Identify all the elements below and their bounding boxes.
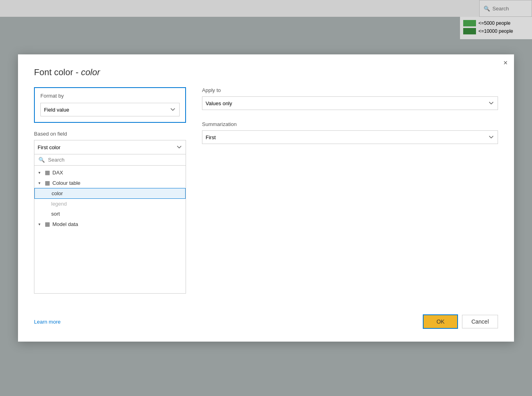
- based-on-field-section: Based on field First color legend sort 🔍: [34, 131, 186, 294]
- model-data-group-label: Model data: [52, 221, 78, 227]
- dialog-title-main: Font color -: [34, 67, 81, 77]
- model-data-table-icon: ▦: [45, 221, 50, 227]
- dialog-title: Font color - color: [34, 67, 498, 78]
- format-by-label: Format by: [40, 93, 180, 99]
- tree-group-dax: ▾ ▦ DAX: [34, 167, 186, 178]
- cancel-button[interactable]: Cancel: [462, 315, 498, 328]
- dax-table-icon: ▦: [45, 169, 50, 176]
- tree-group-model-data: ▾ ▦ Model data: [34, 219, 186, 229]
- based-on-field-dropdown[interactable]: First color legend sort: [34, 140, 186, 154]
- field-search-box[interactable]: 🔍: [34, 154, 186, 166]
- apply-to-dropdown[interactable]: Values only Row labels Totals: [202, 96, 498, 110]
- dialog-title-italic: color: [81, 67, 100, 77]
- close-button[interactable]: ×: [503, 59, 508, 66]
- ok-button[interactable]: OK: [423, 314, 458, 329]
- tree-group-dax-header[interactable]: ▾ ▦ DAX: [34, 167, 186, 178]
- tree-item-color[interactable]: color: [34, 188, 186, 199]
- legend-item-label: legend: [51, 201, 67, 207]
- color-item-label: color: [52, 190, 63, 196]
- field-dropdown-wrapper: First color legend sort: [34, 140, 186, 154]
- learn-more-link[interactable]: Learn more: [34, 319, 60, 325]
- modal-overlay: × Font color - color Format by Field val…: [0, 0, 532, 396]
- tree-item-legend[interactable]: legend: [34, 199, 186, 209]
- footer-buttons: OK Cancel: [423, 314, 498, 329]
- tree-item-sort[interactable]: sort: [34, 209, 186, 219]
- sort-item-label: sort: [51, 211, 60, 217]
- tree-group-model-data-header[interactable]: ▾ ▦ Model data: [34, 219, 186, 229]
- dialog-footer: Learn more OK Cancel: [34, 310, 498, 329]
- summarization-label: Summarization: [202, 121, 498, 127]
- tree-group-colour-table: ▾ ▦ Colour table color legend: [34, 178, 186, 219]
- field-tree-list: ▾ ▦ DAX ▾ ▦ Colour table: [34, 166, 186, 294]
- dialog-body: Format by Field value Rules Gradient Bas…: [34, 87, 498, 294]
- dax-chevron-icon: ▾: [38, 170, 42, 175]
- field-search-input[interactable]: [48, 157, 182, 163]
- field-search-icon: 🔍: [38, 157, 45, 163]
- colour-table-icon: ▦: [45, 180, 50, 186]
- colour-table-group-label: Colour table: [52, 180, 80, 186]
- based-on-field-label: Based on field: [34, 131, 186, 137]
- tree-group-colour-table-header[interactable]: ▾ ▦ Colour table: [34, 178, 186, 188]
- left-column: Format by Field value Rules Gradient Bas…: [34, 87, 186, 294]
- format-by-section: Format by Field value Rules Gradient: [34, 87, 186, 123]
- font-color-dialog: × Font color - color Format by Field val…: [18, 54, 514, 342]
- dax-group-label: DAX: [52, 170, 63, 176]
- format-by-dropdown[interactable]: Field value Rules Gradient: [40, 103, 180, 116]
- apply-to-section: Apply to Values only Row labels Totals: [202, 87, 498, 110]
- summarization-section: Summarization First Last Count Sum Avera…: [202, 121, 498, 144]
- summarization-dropdown[interactable]: First Last Count Sum Average: [202, 130, 498, 144]
- right-column: Apply to Values only Row labels Totals S…: [202, 87, 498, 294]
- apply-to-label: Apply to: [202, 87, 498, 93]
- model-data-chevron-icon: ▾: [38, 222, 42, 226]
- colour-table-chevron-icon: ▾: [38, 181, 42, 185]
